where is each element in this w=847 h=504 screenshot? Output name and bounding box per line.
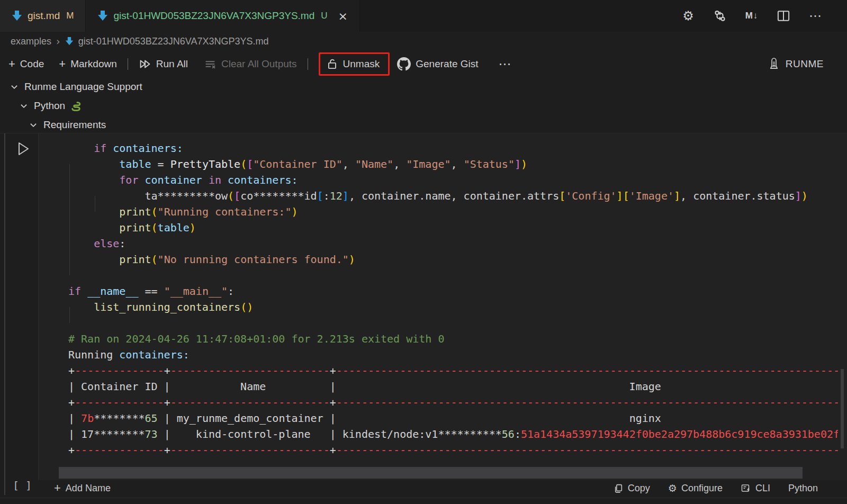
runme-kernel-button[interactable]: RUNME xyxy=(768,57,847,71)
breadcrumb-file[interactable]: gist-01HWD053BZ23JN6VA7X3NGP3YS.md xyxy=(78,36,269,47)
code-token: # Ran on 2024-04-26 11:47:08+01:00 for 2… xyxy=(68,332,444,345)
split-editor-icon[interactable] xyxy=(776,8,791,23)
code-token: ) xyxy=(291,205,298,218)
tab-gist-md[interactable]: gist.md M xyxy=(0,0,86,32)
code-line: table = PrettyTable(["Container ID", "Na… xyxy=(68,156,838,172)
indent-guide xyxy=(69,307,70,323)
kernel-language-label[interactable]: Python xyxy=(788,483,818,494)
unmask-button[interactable]: Unmask xyxy=(327,58,380,70)
code-editor[interactable]: if containers: table = PrettyTable(["Con… xyxy=(38,133,847,480)
code-token: | 17******** xyxy=(68,428,145,440)
add-markdown-label: Markdown xyxy=(70,58,117,70)
cell-bottom-bar: + Add Name Copy ⚙ Configure xyxy=(38,480,847,496)
generate-gist-button[interactable]: Generate Gist xyxy=(397,57,478,71)
code-line: +--------------+------------------------… xyxy=(68,442,838,458)
generate-gist-label: Generate Gist xyxy=(416,58,478,70)
notebook-toolbar: + Code + Markdown Run All Clear All Ou xyxy=(0,51,847,77)
code-token: + xyxy=(164,364,170,377)
code-token: 'Image' xyxy=(629,190,674,202)
open-changes-icon[interactable] xyxy=(713,8,727,23)
code-token xyxy=(106,142,113,155)
cell-focus-bar xyxy=(4,133,5,495)
markdown-file-icon xyxy=(65,37,74,46)
code-token: : xyxy=(119,237,125,250)
code-line: Running containers: xyxy=(68,347,838,363)
toolbar-more-icon[interactable]: ⋯ xyxy=(499,57,512,71)
code-token: 12 xyxy=(330,190,343,202)
markdown-preview-icon[interactable]: M↓ xyxy=(744,8,759,23)
code-token: : xyxy=(515,428,521,440)
outline-item-python[interactable]: Python xyxy=(0,96,847,115)
editor-actions: ⚙ M↓ ⋯ xyxy=(681,0,847,32)
copy-button[interactable]: Copy xyxy=(614,483,650,494)
code-token: Running xyxy=(68,348,119,361)
code-token: containers: xyxy=(119,348,189,361)
code-token: : xyxy=(323,190,330,202)
code-token: 7b xyxy=(81,412,94,425)
tab-gist-01hwd-md[interactable]: gist-01HWD053BZ23JN6VA7X3NGP3YS.md U × xyxy=(86,0,360,32)
configure-button[interactable]: ⚙ Configure xyxy=(668,482,723,494)
code-token: , xyxy=(393,158,406,170)
code-token: print xyxy=(119,221,151,234)
code-token: | Container ID | Name | Image xyxy=(68,380,661,393)
outline-item-runme-language-support[interactable]: Runme Language Support xyxy=(0,77,847,96)
add-code-cell-button[interactable]: + Code xyxy=(8,58,44,70)
code-token: + xyxy=(164,444,170,456)
code-token xyxy=(68,301,94,313)
settings-gear-icon[interactable]: ⚙ xyxy=(681,8,696,23)
chevron-down-icon[interactable] xyxy=(29,120,38,130)
code-token: | xyxy=(68,412,81,425)
more-actions-icon[interactable]: ⋯ xyxy=(808,8,823,23)
code-content: if containers: table = PrettyTable(["Con… xyxy=(68,140,838,458)
code-token: ] xyxy=(674,190,680,202)
code-token: ) xyxy=(521,158,527,170)
code-token: ) xyxy=(190,221,196,234)
cell-status-actions: Copy ⚙ Configure CLI Python xyxy=(614,482,847,494)
toolbar-separator xyxy=(128,58,128,70)
code-token: , container.name, container.attrs xyxy=(349,190,559,202)
toolbar-separator xyxy=(308,58,308,70)
code-token: ( xyxy=(228,190,234,202)
code-token xyxy=(221,174,228,186)
add-markdown-cell-button[interactable]: + Markdown xyxy=(59,58,117,70)
code-line: else: xyxy=(68,236,838,251)
clear-all-outputs-button[interactable]: Clear All Outputs xyxy=(204,58,297,70)
code-token: , xyxy=(343,158,355,170)
horizontal-scrollbar[interactable] xyxy=(59,467,803,479)
code-token: table xyxy=(158,221,190,234)
code-token: + xyxy=(68,444,75,456)
close-tab-icon[interactable]: × xyxy=(338,10,348,23)
outline-item-requirements[interactable]: Requirements xyxy=(0,115,847,134)
chevron-down-icon[interactable] xyxy=(19,101,29,111)
code-token: ta*********ow xyxy=(145,190,228,202)
outline-label: Runme Language Support xyxy=(24,81,142,93)
run-cell-button[interactable] xyxy=(14,140,32,158)
code-token: PrettyTable xyxy=(170,158,240,170)
code-line: print("No running containers found.") xyxy=(68,251,838,267)
code-token: [ xyxy=(234,190,240,202)
code-token: -------------- xyxy=(75,396,164,409)
code-token: + xyxy=(68,396,75,409)
breadcrumb-folder[interactable]: examples xyxy=(11,36,51,47)
code-token: print xyxy=(119,205,151,218)
code-line: | 17********73 | kind-control-plane | ki… xyxy=(68,426,838,442)
add-name-button[interactable]: + Add Name xyxy=(54,482,111,494)
code-token xyxy=(68,174,119,186)
code-token: if xyxy=(94,142,106,155)
code-token: "No running containers found." xyxy=(158,253,349,266)
code-line: print(table) xyxy=(68,220,838,236)
vertical-scrollbar[interactable] xyxy=(841,369,844,448)
run-all-button[interactable]: Run All xyxy=(139,58,188,70)
code-token: + xyxy=(330,396,336,409)
markdown-file-icon xyxy=(12,10,22,22)
chevron-down-icon[interactable] xyxy=(10,82,19,92)
cli-button[interactable]: CLI xyxy=(741,483,770,494)
cell-brackets-icon[interactable]: [ ] xyxy=(13,479,32,492)
code-token: == xyxy=(138,285,164,298)
code-token xyxy=(138,174,145,186)
unmask-label: Unmask xyxy=(343,58,380,70)
code-line: for container in containers: xyxy=(68,172,838,188)
code-token: __name__ xyxy=(87,285,138,298)
code-token: ( xyxy=(151,253,158,266)
code-token: if xyxy=(68,285,81,298)
